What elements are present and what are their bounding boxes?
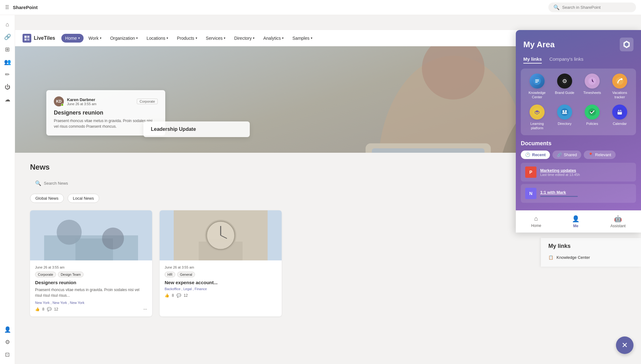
relevant-icon: 📍 bbox=[588, 152, 593, 157]
news-card-1-text: Praesent rhoncus vitae metus in gravida.… bbox=[35, 287, 147, 298]
news-card-2[interactable]: June 26 at 3:55 am HR General New expens… bbox=[160, 210, 282, 316]
post-badge: Corporate bbox=[137, 99, 158, 104]
nav-item-analytics[interactable]: Analytics ▾ bbox=[259, 34, 287, 43]
comment-count: 12 bbox=[54, 307, 58, 311]
directory-label: Directory bbox=[558, 121, 572, 126]
link-calendar[interactable]: Calendar bbox=[608, 105, 631, 131]
doc-marketing-name[interactable]: Marketing updates bbox=[540, 168, 632, 173]
comment-icon[interactable]: 💬 bbox=[47, 307, 52, 311]
organization-chevron-icon: ▾ bbox=[136, 36, 138, 40]
link-policies[interactable]: Policies bbox=[581, 105, 603, 131]
bottom-assistant-icon: 🤖 bbox=[614, 215, 622, 223]
tag-hr: HR bbox=[165, 272, 175, 277]
link-brand-guide[interactable]: Brand Guide bbox=[553, 74, 576, 100]
nav-item-samples[interactable]: Samples ▾ bbox=[289, 34, 316, 43]
tab-company-links[interactable]: Company's links bbox=[549, 56, 583, 64]
doc-item-mark[interactable]: N 1:1 with Mark bbox=[521, 184, 636, 203]
my-links-panel-title: My links bbox=[548, 243, 633, 249]
filter-relevant[interactable]: 📍 Relevant bbox=[584, 151, 615, 159]
nav-item-home[interactable]: Home ▾ bbox=[61, 34, 83, 43]
tag-corporate: Corporate bbox=[35, 272, 56, 277]
bottom-assistant-label: Assistant bbox=[610, 224, 626, 228]
link-directory[interactable]: Directory bbox=[553, 105, 576, 131]
more-options-icon[interactable]: ⋯ bbox=[143, 307, 147, 311]
directory-chevron-icon: ▾ bbox=[253, 36, 254, 40]
sidebar-icon-power[interactable]: ⏻ bbox=[2, 81, 13, 93]
author-avatar: KD bbox=[54, 96, 64, 106]
news-filters: Global News Local News bbox=[30, 194, 282, 203]
shared-icon: 🔗 bbox=[557, 152, 562, 157]
brand-guide-label: Brand Guide bbox=[555, 90, 574, 95]
news-search-input[interactable] bbox=[44, 181, 182, 186]
filter-local-news[interactable]: Local News bbox=[68, 194, 99, 203]
like-icon[interactable]: 👍 bbox=[35, 307, 40, 311]
timesheets-icon bbox=[585, 74, 600, 89]
brand-guide-icon bbox=[557, 74, 572, 89]
nav-item-products[interactable]: Products ▾ bbox=[173, 34, 201, 43]
nav-item-directory[interactable]: Directory ▾ bbox=[230, 34, 258, 43]
nav-logo[interactable]: LiveTiles bbox=[23, 34, 55, 43]
app-grid-icon[interactable]: ⠿ bbox=[5, 4, 9, 11]
link-timesheets[interactable]: Timesheets bbox=[581, 74, 603, 100]
sidebar-icon-team[interactable]: 👥 bbox=[2, 56, 13, 68]
sidebar-icon-cloud[interactable]: ☁ bbox=[2, 94, 13, 105]
sidebar-icon-edit[interactable]: ✏ bbox=[2, 69, 13, 80]
documents-title: Documents bbox=[521, 140, 636, 147]
news-card-1-location: New York , New York , New York bbox=[35, 301, 147, 305]
link-vacations-tracker[interactable]: Vacations tracker bbox=[608, 74, 631, 100]
vacations-tracker-label: Vacations tracker bbox=[608, 90, 631, 100]
link-knowledge-center[interactable]: Knowledge Center bbox=[526, 74, 548, 100]
links-grid-container: Knowledge Center Brand Guide bbox=[521, 69, 636, 135]
comment-icon-2[interactable]: 💬 bbox=[177, 293, 181, 298]
global-search-input[interactable] bbox=[562, 5, 631, 10]
my-links-knowledge-center[interactable]: 📋 Knowledge Center bbox=[548, 253, 633, 262]
nav-item-locations[interactable]: Locations ▾ bbox=[143, 34, 172, 43]
news-card-1[interactable]: June 26 at 3:55 am Corporate Design Team… bbox=[30, 210, 152, 316]
svg-point-30 bbox=[621, 78, 623, 80]
documents-filters: 🕐 Recent 🔗 Shared 📍 Relevant bbox=[521, 151, 636, 159]
post-excerpt: Praesent rhoncus vitae metus in gravida.… bbox=[54, 118, 158, 129]
filter-shared[interactable]: 🔗 Shared bbox=[552, 151, 581, 159]
bottom-nav-assistant[interactable]: 🤖 Assistant bbox=[605, 214, 631, 229]
nav-item-work[interactable]: Work ▾ bbox=[85, 34, 105, 43]
news-grid: June 26 at 3:55 am Corporate Design Team… bbox=[30, 210, 282, 316]
my-area-bottom-nav: ⌂ Home 👤 Me 🤖 Assistant bbox=[516, 210, 641, 233]
filter-recent[interactable]: 🕐 Recent bbox=[521, 151, 550, 159]
svg-rect-38 bbox=[618, 110, 622, 112]
sidebar-icon-home[interactable]: ⌂ bbox=[2, 19, 13, 30]
svg-point-34 bbox=[565, 110, 567, 112]
news-search-bar[interactable]: 🔍 bbox=[30, 178, 187, 189]
knowledge-center-list-icon: 📋 bbox=[548, 255, 553, 260]
home-chevron-icon: ▾ bbox=[78, 36, 80, 40]
filter-global-news[interactable]: Global News bbox=[30, 194, 64, 203]
link-learning-platform[interactable]: Learning platform bbox=[526, 105, 548, 131]
policies-icon bbox=[585, 105, 600, 120]
svg-point-27 bbox=[564, 81, 565, 82]
doc-item-marketing[interactable]: P Marketing updates Last time edited at … bbox=[521, 163, 636, 182]
knowledge-center-icon bbox=[530, 74, 545, 89]
global-search-bar[interactable]: 🔍 bbox=[548, 3, 636, 12]
doc-mark-name[interactable]: 1:1 with Mark bbox=[540, 190, 632, 195]
news-card-1-actions: 👍 8 💬 12 bbox=[35, 307, 58, 311]
tab-my-links[interactable]: My links bbox=[523, 56, 542, 64]
sidebar-icon-links[interactable]: 🔗 bbox=[2, 31, 13, 43]
like-icon-2[interactable]: 👍 bbox=[165, 293, 169, 298]
locations-chevron-icon: ▾ bbox=[167, 36, 168, 40]
nav-item-services[interactable]: Services ▾ bbox=[202, 34, 229, 43]
vacations-tracker-icon bbox=[612, 74, 627, 89]
bottom-nav-home[interactable]: ⌂ Home bbox=[526, 214, 546, 229]
bottom-nav-me[interactable]: 👤 Me bbox=[567, 214, 585, 229]
hero-leadership-card[interactable]: Leadership Update bbox=[143, 121, 250, 137]
onenote-icon: N bbox=[525, 188, 536, 199]
sidebar-icon-grid[interactable]: ⊞ bbox=[2, 44, 13, 55]
nav-item-organization[interactable]: Organization ▾ bbox=[106, 34, 141, 43]
comment-count-2: 12 bbox=[184, 293, 188, 298]
app-title: SharePoint bbox=[13, 5, 38, 10]
tag-design-team: Design Team bbox=[58, 272, 84, 277]
my-area-logo bbox=[620, 38, 633, 51]
svg-point-33 bbox=[562, 110, 564, 112]
learning-platform-icon bbox=[530, 105, 545, 120]
news-card-2-title: New expense account... bbox=[165, 280, 277, 285]
news-section: News 🔍 Global News Local News bbox=[15, 153, 297, 326]
sidebar-icon-user[interactable]: 👤 bbox=[2, 324, 13, 326]
